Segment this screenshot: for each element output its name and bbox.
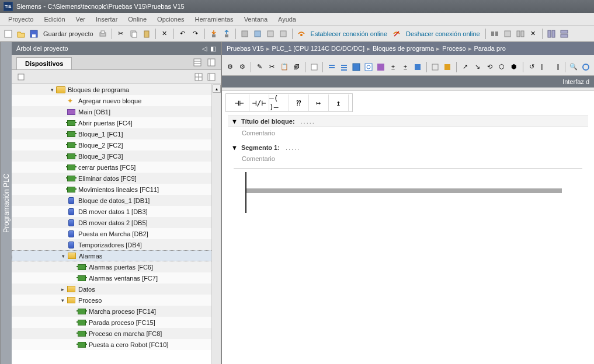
list-view-icon[interactable]: [206, 57, 217, 68]
crumb-3[interactable]: Proceso: [442, 45, 466, 52]
tree-item[interactable]: Alarmas ventanas [FC7]: [12, 272, 221, 284]
tree-item[interactable]: Parada proceso [FC15]: [12, 317, 221, 328]
lad-contact-nc-icon[interactable]: ⊣/⊢: [249, 94, 269, 111]
segment-placeholder[interactable]: .....: [286, 144, 300, 151]
ed-btn[interactable]: [363, 61, 374, 73]
block-expander-icon[interactable]: ▼: [231, 118, 238, 125]
new-project-icon[interactable]: [2, 28, 14, 40]
tab-dispositivos[interactable]: Dispositivos: [16, 57, 72, 69]
ed-btn[interactable]: 🔍: [568, 61, 579, 73]
stop-icon[interactable]: [277, 28, 289, 40]
save-icon[interactable]: [28, 28, 40, 40]
copy-icon[interactable]: [128, 28, 140, 40]
ed-btn[interactable]: ±: [387, 61, 398, 73]
tree-item[interactable]: Abrir puertas [FC4]: [12, 117, 221, 128]
print-icon[interactable]: [97, 28, 109, 40]
tree-item[interactable]: cerrar puertas [FC5]: [12, 162, 221, 173]
ed-btn[interactable]: [326, 61, 337, 73]
menu-opciones[interactable]: Opciones: [152, 15, 189, 24]
tree-item[interactable]: DB mover datos 1 [DB3]: [12, 206, 221, 217]
project-tree[interactable]: ▴ ▾Bloques de programaAgregar nuevo bloq…: [12, 84, 221, 364]
ed-btn[interactable]: ⟲: [484, 61, 495, 73]
segment-comment[interactable]: Comentario: [228, 153, 588, 168]
ed-btn[interactable]: [338, 61, 349, 73]
crumb-0[interactable]: Pruebas V15: [227, 45, 264, 52]
cut-icon[interactable]: ✂: [115, 28, 127, 40]
undo-icon[interactable]: ↶: [177, 28, 189, 40]
ed-btn[interactable]: ↗: [460, 61, 471, 73]
ed-btn[interactable]: ↘: [472, 61, 483, 73]
menu-ventana[interactable]: Ventana: [239, 15, 272, 24]
tree-grid-icon[interactable]: [193, 71, 204, 83]
upload-icon[interactable]: [221, 28, 232, 40]
sidebar-tab-plc[interactable]: Programación PLC: [0, 42, 12, 364]
ed-btn[interactable]: ⬡: [496, 61, 508, 73]
download-icon[interactable]: [208, 28, 220, 40]
tree-item[interactable]: Eliminar datos [FC9]: [12, 173, 221, 184]
block-comment[interactable]: Comentario: [228, 127, 588, 142]
crumb-1[interactable]: PLC_1 [CPU 1214C DC/DC/DC]: [272, 45, 364, 52]
lad-contact-no-icon[interactable]: ⊣⊢: [230, 94, 249, 111]
compile-icon[interactable]: [239, 28, 251, 40]
go-offline-label[interactable]: Deshacer conexión online: [404, 30, 482, 37]
tree-item[interactable]: Marcha proceso [FC14]: [12, 306, 221, 317]
ed-btn[interactable]: [442, 61, 453, 73]
ed-btn[interactable]: [350, 61, 362, 73]
compare-icon[interactable]: [515, 28, 526, 40]
ed-btn[interactable]: ±: [400, 61, 411, 73]
tree-item[interactable]: Puesta en Marcha [DB2]: [12, 228, 221, 239]
split-v-icon[interactable]: [558, 28, 570, 40]
open-project-icon[interactable]: [15, 28, 27, 40]
close-x-icon[interactable]: ✕: [527, 28, 539, 40]
tree-item[interactable]: Alarmas puertas [FC6]: [12, 261, 221, 272]
tree-item[interactable]: Bloque_3 [FC3]: [12, 150, 221, 162]
tree-item[interactable]: Main [OB1]: [12, 106, 221, 117]
tree-collapse-icon[interactable]: [15, 71, 27, 83]
hw-icon[interactable]: [489, 28, 501, 40]
rung-line[interactable]: [246, 188, 562, 192]
lad-coil-icon[interactable]: –( )–: [269, 94, 289, 111]
segment-expander-icon[interactable]: ▼: [231, 144, 238, 151]
crumb-2[interactable]: Bloques de programa: [373, 45, 434, 52]
menu-ayuda[interactable]: Ayuda: [273, 15, 301, 24]
tree-item[interactable]: DB mover datos 2 [DB5]: [12, 217, 221, 228]
tree-item[interactable]: ▾Alarmas: [12, 250, 221, 261]
menu-herramientas[interactable]: Herramientas: [190, 15, 238, 24]
lad-branch-close-icon[interactable]: ↥: [329, 94, 349, 111]
title-placeholder[interactable]: .....: [301, 118, 315, 125]
expander-icon[interactable]: ▾: [60, 253, 66, 259]
tree-item[interactable]: Bloque de datos_1 [DB1]: [12, 195, 221, 206]
delete-icon[interactable]: ✕: [159, 28, 171, 40]
tree-detail-icon[interactable]: [206, 71, 217, 83]
ed-btn[interactable]: 🗊: [291, 61, 302, 73]
tree-item[interactable]: Puesta a cero Robot [FC10]: [12, 339, 221, 350]
split-h-icon[interactable]: [546, 28, 557, 40]
ed-btn[interactable]: [581, 61, 592, 73]
menu-edicion[interactable]: Edición: [39, 15, 70, 24]
lad-branch-icon[interactable]: ↦: [309, 94, 329, 111]
menu-online[interactable]: Online: [123, 15, 151, 24]
grid-view-icon[interactable]: [192, 57, 203, 68]
interface-bar[interactable]: Interfaz d: [222, 76, 594, 88]
ed-btn[interactable]: [551, 61, 562, 73]
ed-btn[interactable]: ✂: [266, 61, 277, 73]
crumb-4[interactable]: Parada pro: [474, 45, 506, 52]
tree-item[interactable]: Bloque_2 [FC2]: [12, 139, 221, 150]
ed-btn[interactable]: ↺: [526, 61, 537, 73]
expander-icon[interactable]: ▾: [60, 298, 65, 303]
tree-item[interactable]: ▸Datos: [12, 284, 221, 295]
ed-btn[interactable]: ✎: [254, 61, 265, 73]
ed-btn[interactable]: ⬢: [509, 61, 520, 73]
menu-insertar[interactable]: Insertar: [91, 15, 122, 24]
ed-btn[interactable]: [375, 61, 386, 73]
ed-btn[interactable]: [430, 61, 441, 73]
cross-ref-icon[interactable]: [502, 28, 513, 40]
redo-icon[interactable]: ↷: [190, 28, 202, 40]
menu-ver[interactable]: Ver: [71, 15, 91, 24]
go-offline-icon[interactable]: [391, 28, 402, 40]
tree-item[interactable]: Bloque_1 [FC1]: [12, 128, 221, 139]
scrollbar[interactable]: ▴: [211, 84, 221, 364]
lad-box-icon[interactable]: ⁇: [289, 94, 309, 111]
menu-proyecto[interactable]: Proyecto: [4, 15, 38, 24]
ed-btn[interactable]: ⚙: [237, 61, 248, 73]
